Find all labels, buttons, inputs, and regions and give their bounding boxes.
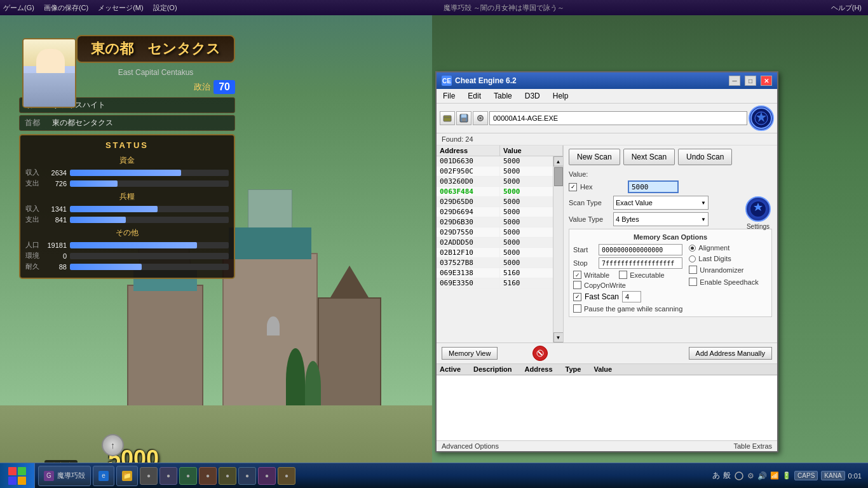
taskbar-app-icon-5[interactable]: ● — [219, 467, 236, 485]
new-scan-button[interactable]: New Scan — [569, 149, 620, 165]
ce-table-extras[interactable]: Table Extras — [733, 442, 772, 450]
next-scan-button[interactable]: Next Scan — [623, 149, 675, 165]
ce-process-input[interactable] — [489, 111, 747, 125]
taskbar-app-icon-7[interactable]: ● — [258, 467, 276, 485]
ce-list-scroll-area: 001D66305000002F950C5000003260D050000063… — [437, 156, 563, 342]
ce-maximize-button[interactable]: □ — [745, 76, 756, 86]
memory-scan-content: Start Stop Writable — [573, 244, 768, 313]
address-row[interactable]: 069E31385160 — [437, 268, 553, 278]
taskbar-icon-1[interactable] — [734, 471, 744, 481]
ce-advanced-options[interactable]: Advanced Options — [442, 442, 499, 450]
env-label: 環境 — [25, 251, 41, 261]
scroll-up-arrow[interactable]: ▲ — [553, 156, 564, 166]
address-row[interactable]: 02ADDD505000 — [437, 238, 553, 248]
stop-label: Stop — [573, 259, 595, 267]
last-digits-radio[interactable] — [689, 255, 696, 262]
taskbar-app-icon-8[interactable]: ● — [278, 467, 295, 485]
writable-checkbox[interactable] — [573, 271, 581, 279]
svg-point-15 — [735, 472, 743, 480]
menu-settings[interactable]: 設定(O) — [153, 3, 177, 13]
dur-label: 耐久 — [25, 262, 41, 271]
menu-message[interactable]: メッセージ(M) — [98, 3, 144, 13]
taskbar-app-icon-4[interactable]: ● — [199, 467, 217, 485]
undo-scan-button[interactable]: Undo Scan — [678, 149, 732, 165]
durability-row: 耐久 88 — [25, 262, 229, 271]
ce-list-scrollbar[interactable]: ▲ ▼ — [553, 156, 563, 342]
ce-settings-toolbar-button[interactable] — [473, 111, 488, 125]
ce-menu-d3d[interactable]: D3D — [522, 90, 543, 102]
alignment-radio[interactable] — [689, 245, 696, 252]
hex-value-input[interactable] — [628, 180, 679, 193]
scan-type-dropdown[interactable]: Exact Value ▼ — [613, 196, 709, 210]
ce-minimize-button[interactable]: ─ — [729, 76, 740, 86]
fast-scan-value-input[interactable] — [622, 291, 641, 302]
taskbar-icon-3[interactable]: 🔊 — [757, 471, 767, 480]
address-row[interactable]: 029D75505000 — [437, 227, 553, 238]
scroll-thumb[interactable] — [554, 167, 563, 186]
ce-menu-edit[interactable]: Edit — [465, 90, 484, 102]
income-label-1: 収入 — [25, 168, 41, 177]
address-row[interactable]: 029D66945000 — [437, 207, 553, 217]
value-type-dropdown[interactable]: 4 Bytes ▼ — [613, 212, 709, 226]
population-label: 人口 — [25, 240, 41, 250]
ce-menu-help[interactable]: Help — [550, 90, 572, 102]
population-value: 19181 — [44, 241, 67, 249]
speedhack-checkbox[interactable] — [689, 278, 697, 286]
taskbar-item-ie[interactable]: e — [93, 466, 114, 486]
taskbar-app-icon-1[interactable]: ● — [140, 467, 158, 485]
ce-save-button[interactable] — [456, 111, 471, 125]
unrandomizer-checkbox[interactable] — [689, 266, 697, 274]
copy-on-write-label: CopyOnWrite — [584, 281, 626, 289]
taskbar-app-icon-3[interactable]: ● — [179, 467, 197, 485]
address-row[interactable]: 002F950C5000 — [437, 166, 553, 177]
scroll-track[interactable] — [553, 166, 564, 332]
ce-menu-file[interactable]: File — [440, 90, 458, 102]
menu-image-save[interactable]: 画像の保存(C) — [44, 3, 88, 13]
help-button[interactable]: ヘルプ(H) — [831, 3, 862, 13]
navigation-arrows[interactable]: ↑ — [102, 434, 124, 456]
copy-on-write-checkbox[interactable] — [573, 281, 581, 289]
address-row[interactable]: 003260D05000 — [437, 177, 553, 187]
taskbar-icon-power[interactable]: 🔋 — [782, 471, 791, 480]
ce-close-button[interactable]: ✕ — [761, 76, 772, 86]
taskbar-ime-han[interactable]: 般 — [723, 470, 731, 481]
address-row[interactable]: 069E33505160 — [437, 278, 553, 288]
writable-checkbox-row: Writable — [573, 271, 609, 279]
ce-address-list-body[interactable]: 001D66305000002F950C5000003260D050000063… — [437, 156, 553, 342]
taskbar-app-icon-2[interactable]: ● — [159, 467, 177, 485]
ce-open-process-button[interactable] — [440, 111, 455, 125]
address-row[interactable]: 001D66305000 — [437, 156, 553, 166]
pause-checkbox[interactable] — [573, 304, 581, 313]
taskbar-app-icon-6[interactable]: ● — [238, 467, 256, 485]
executable-checkbox[interactable] — [619, 271, 627, 279]
start-value-input[interactable] — [599, 244, 682, 255]
taskbar-item-game[interactable]: G 魔導巧殻 — [38, 466, 91, 486]
taskbar-ime-a[interactable]: あ — [712, 470, 720, 481]
stop-value-input[interactable] — [599, 257, 682, 269]
address-row[interactable]: 029D6B305000 — [437, 217, 553, 227]
last-digits-label: Last Digits — [698, 255, 731, 262]
ce-table-area[interactable] — [437, 375, 777, 440]
address-row[interactable]: 02B12F105000 — [437, 248, 553, 258]
nav-up-arrow[interactable]: ↑ — [102, 434, 124, 456]
ce-stop-scan-button[interactable] — [532, 346, 548, 361]
politics-label: 政治 — [194, 81, 210, 93]
taskbar-item-explorer[interactable]: 📁 — [116, 466, 138, 486]
hex-checkbox[interactable] — [569, 183, 577, 191]
taskbar-icon-network[interactable]: 📶 — [770, 471, 779, 480]
address-row[interactable]: 029D65D05000 — [437, 197, 553, 207]
menu-game[interactable]: ゲーム(G) — [3, 3, 34, 13]
other-section-title: その他 — [25, 227, 229, 238]
add-address-manually-button[interactable]: Add Address Manually — [689, 347, 772, 360]
value-column-header: Value — [500, 146, 563, 156]
taskbar-icon-2[interactable]: ⚙ — [747, 471, 754, 480]
address-row[interactable]: 0063F4845000 — [437, 187, 553, 197]
address-row[interactable]: 037527B85000 — [437, 258, 553, 268]
memory-view-button[interactable]: Memory View — [442, 347, 498, 360]
fast-scan-checkbox[interactable] — [573, 293, 581, 301]
env-value: 0 — [44, 252, 67, 260]
start-button[interactable] — [0, 463, 35, 489]
settings-label[interactable]: Settings — [745, 223, 771, 230]
scroll-down-arrow[interactable]: ▼ — [553, 332, 564, 342]
ce-menu-table[interactable]: Table — [491, 90, 515, 102]
